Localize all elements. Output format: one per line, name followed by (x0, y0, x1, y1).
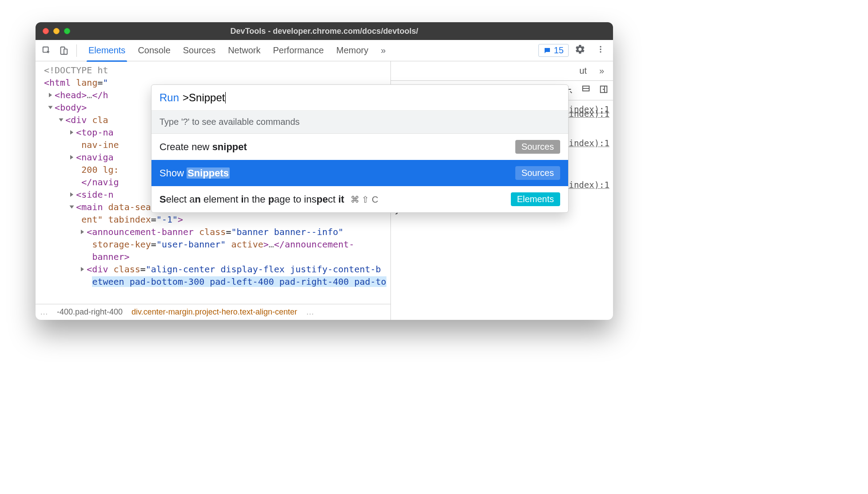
rule-source-link[interactable]: (index):1 (564, 108, 609, 120)
command-menu-item[interactable]: Create new snippetSources (151, 134, 568, 160)
zoom-window-button[interactable] (64, 28, 70, 34)
command-menu-item-label: Create new snippet (159, 141, 247, 153)
breadcrumb-ellipsis[interactable]: … (36, 307, 52, 317)
dom-line[interactable]: storage-key="user-banner" active>…</anno… (38, 238, 390, 251)
text-caret (225, 92, 226, 104)
command-shortcut: ⌘ ⇧ C (350, 194, 378, 205)
computed-panel-toggle-icon[interactable] (599, 84, 609, 96)
command-category-badge: Sources (515, 166, 560, 180)
settings-gear-icon[interactable] (570, 44, 590, 57)
dom-line[interactable]: <!DOCTYPE ht (38, 64, 390, 76)
styles-tab-partial[interactable]: ut (573, 66, 593, 76)
toggle-common-rendering-icon[interactable] (581, 84, 591, 96)
svg-point-5 (600, 51, 601, 52)
command-scope: Run (159, 92, 179, 104)
command-category-badge: Sources (515, 140, 560, 154)
devtools-window: DevTools - developer.chrome.com/docs/dev… (36, 22, 613, 320)
kebab-menu-icon[interactable] (592, 45, 609, 56)
issues-icon (543, 47, 551, 55)
breadcrumb-ellipsis[interactable]: … (302, 307, 319, 317)
issues-count: 15 (554, 45, 564, 56)
dom-line[interactable]: etween pad-bottom-300 pad-left-400 pad-r… (38, 275, 390, 288)
dom-line[interactable]: <div class="align-center display-flex ju… (38, 263, 390, 275)
breadcrumb-item[interactable]: -400.pad-right-400 (52, 307, 127, 317)
tab-memory[interactable]: Memory (330, 40, 374, 61)
command-hint: Type '?' to see available commands (151, 111, 568, 134)
tab-console[interactable]: Console (131, 40, 176, 61)
command-menu-item-label: Select an element in the page to inspect… (159, 194, 344, 205)
tabs-overflow-icon[interactable]: » (376, 45, 390, 56)
command-input[interactable]: Run >Snippet (151, 85, 568, 111)
dom-line[interactable]: <announcement-banner class="banner banne… (38, 226, 390, 238)
tabbar-separator (76, 44, 77, 57)
window-titlebar: DevTools - developer.chrome.com/docs/dev… (36, 22, 613, 40)
tab-elements[interactable]: Elements (82, 40, 131, 61)
device-toolbar-icon[interactable] (56, 43, 71, 58)
styles-tabs: ut » (391, 61, 613, 81)
rule-source-link[interactable]: (index):1 (564, 137, 609, 149)
styles-tabs-overflow-icon[interactable]: » (593, 66, 610, 76)
devtools-tabbar: ElementsConsoleSourcesNetworkPerformance… (36, 40, 613, 61)
breadcrumb[interactable]: … -400.pad-right-400 div.center-margin.p… (36, 304, 390, 320)
command-menu-item-label: Show Snippets (159, 167, 230, 179)
dom-line[interactable]: banner> (38, 251, 390, 263)
rule-source-link[interactable]: (index):1 (564, 179, 609, 191)
svg-point-4 (600, 48, 601, 50)
tab-sources[interactable]: Sources (177, 40, 222, 61)
command-menu-item[interactable]: Show SnippetsSources (151, 160, 568, 186)
window-traffic-lights (43, 28, 70, 34)
command-menu-item[interactable]: Select an element in the page to inspect… (151, 186, 568, 212)
tab-network[interactable]: Network (222, 40, 267, 61)
minimize-window-button[interactable] (53, 28, 60, 34)
svg-point-3 (600, 46, 601, 48)
tab-performance[interactable]: Performance (267, 40, 330, 61)
issues-badge[interactable]: 15 (538, 44, 569, 57)
inspect-element-icon[interactable] (39, 43, 54, 58)
breadcrumb-item-selected[interactable]: div.center-margin.project-hero.text-alig… (127, 307, 302, 317)
dom-line[interactable]: ent" tabindex="-1"> (38, 213, 390, 226)
command-category-badge: Elements (511, 192, 560, 206)
svg-rect-2 (64, 49, 67, 54)
command-query: >Snippet (183, 92, 225, 104)
close-window-button[interactable] (43, 28, 49, 34)
command-menu: Run >Snippet Type '?' to see available c… (151, 84, 569, 213)
window-title: DevTools - developer.chrome.com/docs/dev… (36, 27, 613, 36)
